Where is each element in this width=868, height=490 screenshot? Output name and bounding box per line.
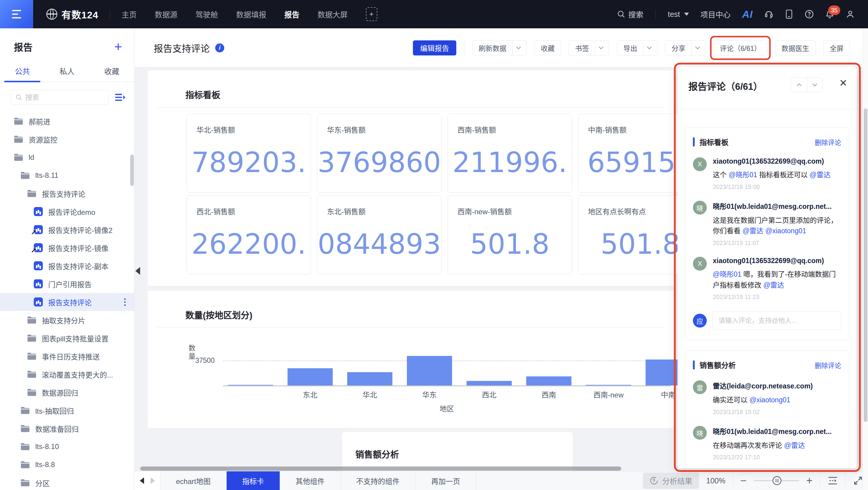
help-icon[interactable] — [805, 10, 814, 19]
notifications-bell-icon[interactable]: 35 — [825, 10, 834, 19]
bar-西南[interactable] — [526, 376, 571, 386]
tree-item-抽取支持分片[interactable]: 抽取支持分片 — [0, 311, 134, 329]
mention-link[interactable]: @雷达 — [742, 227, 763, 235]
delete-comments-link[interactable]: 删除评论 — [815, 360, 841, 370]
sidebar-tab-私人[interactable]: 私人 — [44, 61, 89, 82]
nav-item-数据大屏[interactable]: 数据大屏 — [317, 9, 347, 20]
sidebar-tab-公共[interactable]: 公共 — [0, 61, 44, 82]
tree-item-报告支持评论-镜像2[interactable]: ↗报告支持评论-镜像2 — [0, 221, 134, 239]
tree-item-事件日历支持推送[interactable]: 事件日历支持推送 — [0, 347, 134, 365]
toolbar-button-刷新数据[interactable]: 刷新数据 — [472, 40, 527, 56]
sidebar-collapse-handle[interactable] — [135, 267, 140, 275]
toolbar-button-分享[interactable]: 分享 — [665, 40, 706, 56]
page-tab-再加一页[interactable]: 再加一页 — [415, 471, 476, 490]
zoom-in-button[interactable]: + — [806, 475, 812, 486]
reply-input[interactable] — [713, 311, 841, 330]
zoom-slider-handle[interactable] — [772, 476, 781, 485]
zoom-slider[interactable] — [754, 480, 799, 481]
prev-comment-button[interactable] — [791, 78, 807, 92]
user-avatar-icon[interactable] — [846, 10, 855, 19]
toolbar-button-书签[interactable]: 书签 — [569, 40, 609, 56]
brand[interactable]: 有数124 — [46, 7, 98, 21]
close-icon[interactable]: × — [839, 76, 847, 89]
toolbar-button-导出[interactable]: 导出 — [617, 40, 657, 56]
mention-link[interactable]: @雷达 — [784, 441, 805, 449]
tree-item-报告支持评论-镜像[interactable]: ↗报告支持评论-镜像 — [0, 239, 134, 257]
fit-width-icon[interactable] — [827, 476, 838, 485]
kpi-card-华北-销售额[interactable]: 华北-销售额789203. — [187, 114, 311, 192]
nav-item-数据源[interactable]: 数据源 — [155, 9, 177, 20]
collapse-tree-icon[interactable] — [115, 93, 126, 102]
bar-华东[interactable] — [407, 356, 452, 386]
prev-page-icon[interactable] — [140, 477, 144, 484]
tree-item-滚动覆盖支持更大的...[interactable]: 滚动覆盖支持更大的... — [0, 365, 134, 383]
bar-西北[interactable] — [467, 381, 512, 386]
search-input[interactable] — [25, 93, 104, 101]
tree-item-lts-抽取回归[interactable]: lts-抽取回归 — [0, 401, 134, 420]
mention-link[interactable]: @雷达 — [809, 171, 830, 179]
kpi-card-西南-销售额[interactable]: 西南-销售额211996. — [447, 114, 572, 192]
analysis-result-button[interactable]: 分析结果 — [643, 472, 699, 489]
window-scrollbar-thumb[interactable] — [864, 109, 867, 422]
fullscreen-icon[interactable] — [853, 476, 863, 486]
kpi-card-西南-new-销售额[interactable]: 西南-new-销售额501.8 — [447, 195, 572, 274]
mention-link[interactable]: @晓彤01 — [713, 270, 741, 278]
page-tab-echart地图[interactable]: echart地图 — [160, 471, 227, 490]
user-switcher[interactable]: test — [668, 10, 689, 19]
mention-link[interactable]: @晓彤01 — [728, 171, 757, 179]
bar-东北[interactable] — [287, 368, 333, 386]
tree-item-分区[interactable]: 分区 — [0, 474, 134, 490]
tree-item-报告支持评论-副本[interactable]: 报告支持评论-副本 — [0, 257, 134, 275]
tree-item-郝前进[interactable]: 郝前进 — [0, 112, 134, 130]
toolbar-button-数据医生[interactable]: 数据医生 — [775, 40, 815, 56]
sidebar-tab-收藏[interactable]: 收藏 — [90, 61, 134, 82]
tree-item-lts-8.8[interactable]: lts-8.8 — [0, 456, 134, 474]
info-icon[interactable]: i — [215, 43, 224, 53]
nav-item-主页[interactable]: 主页 — [121, 9, 136, 20]
project-center-link[interactable]: 项目中心 — [701, 9, 731, 20]
toolbar-button-全屏[interactable]: 全屏 — [824, 40, 850, 56]
add-report-button[interactable]: + — [114, 42, 122, 51]
tree-item-lts-8.10[interactable]: lts-8.10 — [0, 437, 134, 456]
tree-item-数据准备回归[interactable]: 数据准备回归 — [0, 420, 134, 437]
add-page-icon[interactable]: + — [366, 7, 377, 21]
delete-comments-link[interactable]: 删除评论 — [815, 137, 841, 147]
support-headset-icon[interactable] — [764, 10, 773, 19]
tree-item-报告支持评论[interactable]: 报告支持评论 — [0, 184, 134, 203]
kpi-card-东北-销售额[interactable]: 东北-销售额0844893 — [317, 195, 441, 274]
nav-item-数据填报[interactable]: 数据填报 — [236, 9, 266, 20]
tree-item-lts-8.11[interactable]: lts-8.11 — [0, 166, 134, 184]
edit-report-button[interactable]: 编辑报告 — [413, 40, 456, 56]
sidebar-search[interactable] — [11, 90, 109, 105]
tree-item-门户引用报告[interactable]: 门户引用报告 — [0, 275, 134, 293]
hamburger-menu-icon[interactable] — [0, 0, 33, 28]
global-search-button[interactable]: 搜索 — [617, 9, 644, 20]
mention-link[interactable]: @xiaotong01 — [749, 396, 790, 404]
toolbar-button-收藏[interactable]: 收藏 — [534, 40, 561, 56]
page-tab-不支持的组件[interactable]: 不支持的组件 — [341, 471, 415, 490]
nav-item-报告[interactable]: 报告 — [284, 9, 299, 20]
page-tab-指标卡[interactable]: 指标卡 — [227, 471, 280, 490]
toolbar-button-评论（6/61）[interactable]: 评论（6/61） — [713, 40, 767, 56]
mobile-app-icon[interactable] — [785, 10, 793, 19]
ai-assistant-icon[interactable]: AI — [742, 8, 753, 20]
bar-华北[interactable] — [347, 372, 393, 386]
tree-item-ld[interactable]: ld — [0, 148, 134, 166]
tree-item-数据源回归[interactable]: 数据源回归 — [0, 383, 134, 401]
page-tab-其他组件[interactable]: 其他组件 — [280, 471, 341, 490]
more-options-icon[interactable] — [124, 298, 126, 306]
kpi-card-华东-销售额[interactable]: 华东-销售额3769860 — [317, 114, 441, 192]
horizontal-scrollbar[interactable] — [140, 466, 621, 471]
next-comment-button[interactable] — [807, 78, 823, 92]
nav-item-驾驶舱[interactable]: 驾驶舱 — [195, 9, 218, 20]
tree-item-资源监控[interactable]: 资源监控 — [0, 130, 134, 148]
tree-item-图表pill支持批量设置[interactable]: 图表pill支持批量设置 — [0, 329, 134, 347]
zoom-out-button[interactable]: − — [740, 475, 747, 486]
window-scrollbar[interactable] — [863, 28, 868, 490]
mention-link[interactable]: @xiaotong01 — [765, 227, 806, 235]
next-page-icon[interactable] — [151, 477, 155, 484]
tree-item-报告支持评论[interactable]: 报告支持评论 — [0, 293, 134, 311]
tree-item-报告评论demo[interactable]: 报告评论demo — [0, 203, 134, 221]
mention-link[interactable]: @雷达 — [763, 281, 784, 289]
sidebar-scrollbar[interactable] — [130, 155, 134, 186]
